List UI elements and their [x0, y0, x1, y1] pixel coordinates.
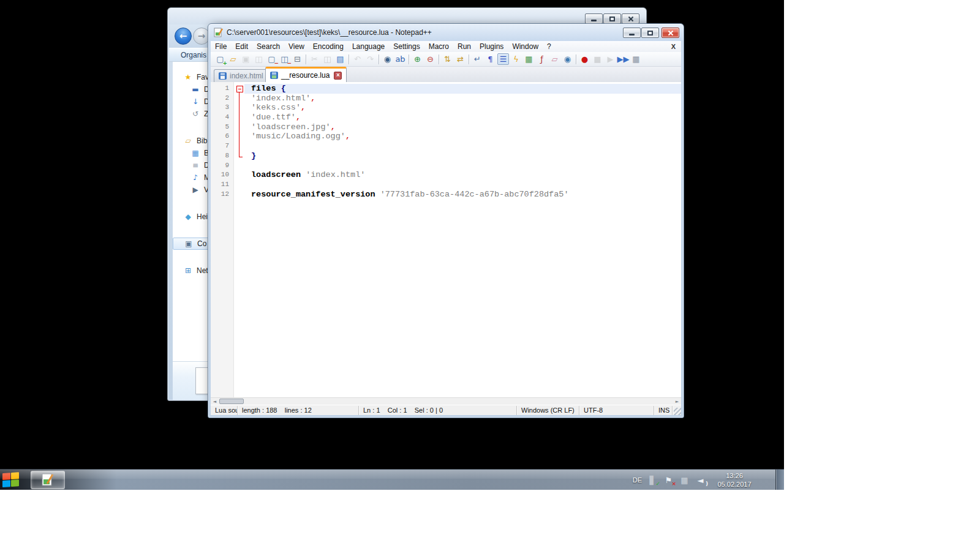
- fold-margin[interactable]: [235, 132, 244, 141]
- undo-icon[interactable]: ↶: [352, 53, 363, 65]
- code-line[interactable]: 12resource_manifest_version '77731fab-63…: [211, 190, 681, 200]
- token: [276, 84, 281, 93]
- code-line[interactable]: 1files {: [211, 84, 681, 94]
- scrollbar-thumb[interactable]: [219, 399, 244, 404]
- network-status-icon[interactable]: ▦: [679, 475, 690, 485]
- fold-margin[interactable]: [235, 141, 244, 151]
- fold-margin[interactable]: [235, 113, 244, 122]
- notepadpp-minimize-button[interactable]: [623, 28, 641, 38]
- code-line[interactable]: 10loadscreen 'index.html': [211, 170, 681, 180]
- save-all-icon[interactable]: ◫: [253, 53, 265, 65]
- start-button[interactable]: [2, 472, 21, 489]
- code-line[interactable]: 6'music/Loading.ogg',: [211, 132, 681, 141]
- code-line[interactable]: 5'loadscreen.jpg',: [211, 122, 681, 132]
- code-line[interactable]: 9: [211, 161, 681, 171]
- copy-icon[interactable]: ◫: [322, 53, 333, 65]
- fold-margin[interactable]: [235, 103, 244, 113]
- menu-edit[interactable]: Edit: [231, 42, 252, 51]
- notepadpp-maximize-button[interactable]: [641, 28, 659, 38]
- back-button[interactable]: ←: [175, 28, 192, 45]
- zoom-in-icon[interactable]: ⊕: [412, 53, 423, 65]
- fold-margin[interactable]: [235, 94, 244, 103]
- indent-guide-icon-glyph: ☰: [500, 55, 507, 63]
- scroll-left-arrow-icon[interactable]: ◄: [211, 398, 219, 405]
- close-all-icon[interactable]: ◫−: [279, 53, 290, 65]
- code-line[interactable]: 11: [211, 180, 681, 190]
- explorer-maximize-button[interactable]: [603, 13, 621, 24]
- fold-margin[interactable]: [235, 151, 244, 161]
- resize-grip[interactable]: [674, 408, 681, 415]
- menu-window[interactable]: Window: [508, 42, 543, 51]
- show-desktop-button[interactable]: [775, 470, 784, 490]
- maximize-icon: [647, 31, 653, 36]
- record-macro-icon[interactable]: ●: [579, 53, 590, 65]
- paste-icon[interactable]: ▤: [334, 53, 346, 65]
- save-macro-icon-glyph: ▦: [632, 55, 639, 63]
- language-indicator[interactable]: DE: [633, 476, 642, 484]
- cut-icon[interactable]: ✂: [309, 53, 320, 65]
- volume-icon[interactable]: ◄): [695, 475, 706, 485]
- code-line[interactable]: 8}: [211, 151, 681, 161]
- stop-macro-icon[interactable]: ■: [592, 53, 603, 65]
- document-map-icon[interactable]: ▦: [523, 53, 535, 65]
- toolbar-separator: [469, 54, 469, 64]
- sync-horizontal-icon[interactable]: ⇄: [454, 53, 466, 65]
- zoom-out-icon[interactable]: ⊖: [424, 53, 436, 65]
- fold-margin[interactable]: [235, 122, 244, 132]
- play-macro-icon[interactable]: ▶: [605, 53, 616, 65]
- menu-file[interactable]: File: [211, 42, 231, 51]
- word-wrap-icon[interactable]: ↵: [472, 53, 483, 65]
- redo-icon[interactable]: ↷: [364, 53, 376, 65]
- replace-icon[interactable]: ab: [394, 53, 406, 65]
- horizontal-scrollbar[interactable]: ◄ ►: [211, 397, 681, 405]
- editor[interactable]: 1files {2'index.html',3'keks.css',4'due.…: [211, 82, 681, 397]
- token: 'keks.css': [251, 103, 301, 112]
- line-number: 3: [211, 103, 235, 113]
- function-list-icon[interactable]: ƒ: [536, 53, 548, 65]
- open-file-icon[interactable]: ▱: [227, 53, 239, 65]
- organize-button[interactable]: Organis: [181, 51, 206, 59]
- scroll-right-arrow-icon[interactable]: ►: [673, 398, 681, 405]
- tab-close-button[interactable]: ×: [334, 72, 342, 80]
- code-line[interactable]: 4'due.ttf',: [211, 113, 681, 122]
- close-file-icon[interactable]: ▢−: [266, 53, 277, 65]
- menu-settings[interactable]: Settings: [389, 42, 424, 51]
- action-center-flag-icon[interactable]: ⚑×: [663, 475, 674, 485]
- sync-vertical-icon[interactable]: ⇅: [442, 53, 453, 65]
- show-all-characters-icon-glyph: ¶: [488, 55, 492, 63]
- save-macro-icon[interactable]: ▦: [630, 53, 642, 65]
- menu-run[interactable]: Run: [453, 42, 475, 51]
- indent-guide-icon[interactable]: ☰: [497, 53, 509, 65]
- code-line[interactable]: 3'keks.css',: [211, 103, 681, 113]
- show-all-characters-icon[interactable]: ¶: [484, 53, 496, 65]
- menu-language[interactable]: Language: [348, 42, 389, 51]
- code-line[interactable]: 2'index.html',: [211, 94, 681, 103]
- menu-search[interactable]: Search: [252, 42, 284, 51]
- monitoring-eye-icon[interactable]: ◉: [562, 53, 573, 65]
- menu-view[interactable]: View: [284, 42, 309, 51]
- fold-margin[interactable]: [235, 84, 244, 94]
- taskbar-notepadpp-button[interactable]: [31, 471, 65, 489]
- code-text: 'due.ttf',: [244, 113, 681, 122]
- user-defined-language-icon[interactable]: ϟ: [510, 53, 522, 65]
- menu-plugins[interactable]: Plugins: [475, 42, 508, 51]
- menubar-close-button[interactable]: X: [671, 43, 676, 50]
- explorer-minimize-button[interactable]: [585, 13, 603, 24]
- folder-as-workspace-icon[interactable]: ▱: [549, 53, 560, 65]
- tab-resource.lua[interactable]: __resource.lua×: [265, 67, 347, 82]
- menu-encoding[interactable]: Encoding: [309, 42, 348, 51]
- line-number: 9: [211, 161, 235, 171]
- usb-eject-icon[interactable]: ▋✓: [647, 475, 658, 485]
- new-file-icon[interactable]: ▢+: [214, 53, 226, 65]
- run-macro-multiple-icon[interactable]: ▶▶: [617, 53, 629, 65]
- favorites-star-icon: ★: [183, 73, 193, 81]
- find-icon[interactable]: ◉: [382, 53, 393, 65]
- explorer-close-button[interactable]: [622, 13, 639, 24]
- taskbar-clock[interactable]: 13:26 05.02.2017: [709, 471, 760, 489]
- menu-macro[interactable]: Macro: [424, 42, 453, 51]
- menu-help[interactable]: ?: [543, 42, 556, 51]
- save-file-icon[interactable]: ▣: [240, 53, 252, 65]
- code-line[interactable]: 7: [211, 141, 681, 151]
- print-icon[interactable]: ⊟: [292, 53, 303, 65]
- notepadpp-close-button[interactable]: [662, 28, 679, 38]
